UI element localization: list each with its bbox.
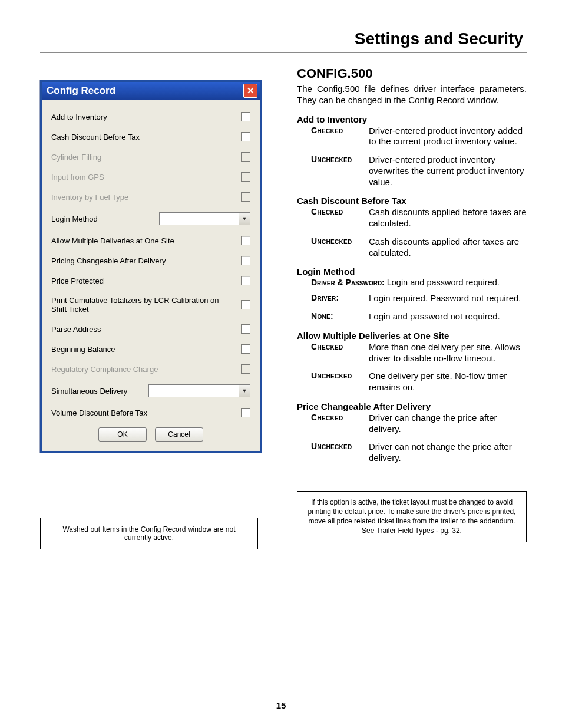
config-row-label: Pricing Changeable After Delivery xyxy=(51,256,241,265)
checkbox[interactable] xyxy=(241,408,250,417)
config-row: Volume Discount Before Tax xyxy=(51,403,250,423)
config-row-label: Allow Multiple Deliveries at One Site xyxy=(51,236,241,245)
ok-button[interactable]: OK xyxy=(98,427,147,442)
param-value: Cash discounts applied before taxes are … xyxy=(369,207,527,229)
param-value: Cash discounts applied after taxes are c… xyxy=(369,236,527,259)
config-row-label: Regulatory Compliance Charge xyxy=(51,365,241,374)
config-row: Price Protected xyxy=(51,271,250,291)
param-key: Checked xyxy=(311,207,369,229)
page-header-title: Settings and Security xyxy=(40,29,527,52)
cancel-button[interactable]: Cancel xyxy=(155,427,203,442)
combo-input[interactable] xyxy=(148,384,239,397)
config500-intro: The Config.500 file defines driver inter… xyxy=(297,84,527,106)
config-row-label: Add to Inventory xyxy=(51,113,241,121)
param-value: Driver can not change the price after de… xyxy=(369,442,527,464)
param-title: Allow Multiple Deliveries at One Site xyxy=(297,331,527,341)
config-row-label: Cash Discount Before Tax xyxy=(51,133,241,141)
config-row: Add to Inventory xyxy=(51,107,250,127)
combo-box[interactable]: ▼ xyxy=(148,384,250,397)
config-row: Cash Discount Before Tax xyxy=(51,127,250,147)
param-section: Price Changeable After DeliveryCheckedDr… xyxy=(297,401,527,464)
checkbox[interactable] xyxy=(241,256,250,265)
config-row: Parse Address xyxy=(51,319,250,339)
config-row: Regulatory Compliance Charge xyxy=(51,359,250,379)
param-value: Driver-entered product inventory overwri… xyxy=(369,154,527,187)
config-row: Login Method▼ xyxy=(51,207,250,230)
config-row-label: Inventory by Fuel Type xyxy=(51,193,241,202)
param-item: UncheckedOne delivery per site. No-flow … xyxy=(311,371,527,393)
param-value: Login required. Password not required. xyxy=(369,293,527,304)
param-value: Login and password not required. xyxy=(369,311,527,322)
config-row-label: Print Cumulative Totalizers by LCR Calib… xyxy=(51,296,241,314)
dialog-title-text: Config Record xyxy=(47,85,115,97)
param-key: Unchecked xyxy=(311,371,369,393)
param-value: More than one delivery per site. Allows … xyxy=(369,342,527,364)
param-item: CheckedDriver can change the price after… xyxy=(311,413,527,435)
param-item: CheckedCash discounts applied before tax… xyxy=(311,207,527,229)
config-row-label: Input from GPS xyxy=(51,173,241,182)
combo-box[interactable]: ▼ xyxy=(159,212,250,225)
checkbox[interactable] xyxy=(241,132,250,141)
combo-input[interactable] xyxy=(159,212,239,225)
config500-heading: CONFIG.500 xyxy=(297,66,527,81)
checkbox[interactable] xyxy=(241,112,250,121)
param-runin: Driver & Password: Login and password re… xyxy=(311,278,527,287)
config-row: Inventory by Fuel Type xyxy=(51,187,250,207)
param-item: UncheckedDriver can not change the price… xyxy=(311,442,527,464)
param-title: Price Changeable After Delivery xyxy=(297,401,527,411)
param-title: Cash Discount Before Tax xyxy=(297,196,527,206)
caption-box: Washed out Items in the Config Record wi… xyxy=(40,518,258,549)
checkbox xyxy=(241,152,250,162)
config-row: Pricing Changeable After Delivery xyxy=(51,251,250,271)
config-row-label: Beginning Balance xyxy=(51,345,241,354)
param-key: Checked xyxy=(311,126,369,148)
param-key: Unchecked xyxy=(311,154,369,187)
param-section: Allow Multiple Deliveries at One SiteChe… xyxy=(297,331,527,393)
dialog-titlebar: Config Record ✕ xyxy=(42,82,260,100)
note-box: If this option is active, the ticket lay… xyxy=(297,491,527,542)
config-row-label: Volume Discount Before Tax xyxy=(51,409,241,417)
param-value: Driver-entered product inventory added t… xyxy=(369,126,527,148)
param-section: Login MethodDriver & Password: Login and… xyxy=(297,266,527,322)
config-row-label: Parse Address xyxy=(51,325,241,334)
param-key: Unchecked xyxy=(311,236,369,259)
param-item: CheckedMore than one delivery per site. … xyxy=(311,342,527,364)
config-row: Beginning Balance xyxy=(51,339,250,359)
checkbox xyxy=(241,364,250,374)
param-value: Driver can change the price after delive… xyxy=(369,413,527,435)
param-key: Driver: xyxy=(311,293,369,304)
config-row: Print Cumulative Totalizers by LCR Calib… xyxy=(51,291,250,319)
param-section: Cash Discount Before TaxCheckedCash disc… xyxy=(297,196,527,258)
chevron-down-icon[interactable]: ▼ xyxy=(239,384,250,397)
config-row: Simultaneous Delivery▼ xyxy=(51,379,250,403)
page-number: 15 xyxy=(0,700,562,710)
checkbox xyxy=(241,192,250,202)
config-record-dialog: Config Record ✕ Add to InventoryCash Dis… xyxy=(40,80,262,453)
param-key: Checked xyxy=(311,413,369,435)
param-title: Add to Inventory xyxy=(297,114,527,124)
param-title: Login Method xyxy=(297,266,527,276)
param-item: UncheckedDriver-entered product inventor… xyxy=(311,154,527,187)
param-item: CheckedDriver-entered product inventory … xyxy=(311,126,527,148)
param-item: None:Login and password not required. xyxy=(311,311,527,322)
config-row-label: Login Method xyxy=(51,215,159,223)
config-row: Allow Multiple Deliveries at One Site xyxy=(51,230,250,251)
config-row: Cylinder Filling xyxy=(51,147,250,167)
checkbox[interactable] xyxy=(241,236,250,245)
param-key: Unchecked xyxy=(311,442,369,464)
param-section: Add to InventoryCheckedDriver-entered pr… xyxy=(297,114,527,188)
checkbox[interactable] xyxy=(241,276,250,285)
config-row-label: Cylinder Filling xyxy=(51,153,241,162)
checkbox xyxy=(241,172,250,182)
param-item: Driver:Login required. Password not requ… xyxy=(311,293,527,304)
checkbox[interactable] xyxy=(241,300,250,309)
config-row-label: Simultaneous Delivery xyxy=(51,387,148,396)
chevron-down-icon[interactable]: ▼ xyxy=(239,212,250,225)
checkbox[interactable] xyxy=(241,324,250,334)
checkbox[interactable] xyxy=(241,344,250,354)
header-rule xyxy=(40,52,527,53)
close-icon[interactable]: ✕ xyxy=(243,84,257,98)
param-key: Checked xyxy=(311,342,369,364)
config-row-label: Price Protected xyxy=(51,276,241,285)
param-value: One delivery per site. No-flow timer rem… xyxy=(369,371,527,393)
